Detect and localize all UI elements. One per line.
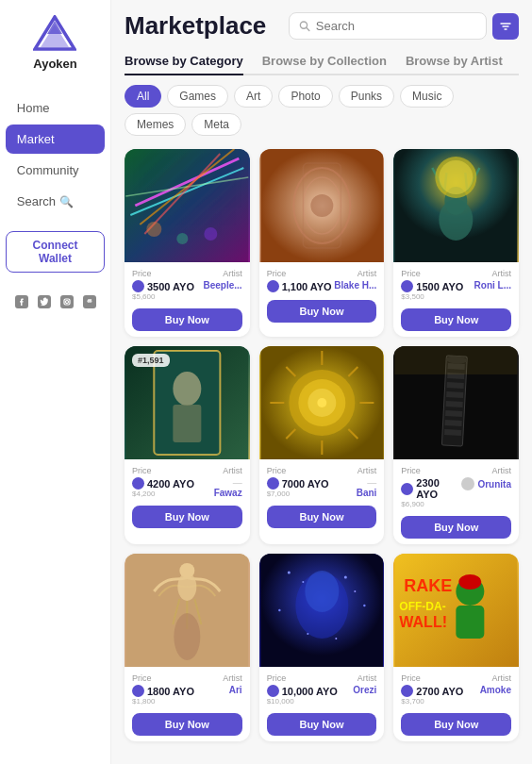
pill-games[interactable]: Games	[167, 85, 228, 108]
sidebar: Ayoken Home Market Community Search 🔍 Co…	[0, 0, 111, 764]
buy-now-button[interactable]: Buy Now	[401, 713, 511, 736]
facebook-icon[interactable]	[15, 295, 28, 311]
pill-photo[interactable]: Photo	[278, 85, 332, 108]
filter-button[interactable]	[492, 13, 519, 40]
tab-browse-category[interactable]: Browse by Category	[125, 54, 243, 75]
nft-image-1	[125, 149, 250, 262]
price-label: Price	[132, 269, 152, 278]
pill-all[interactable]: All	[125, 85, 161, 108]
svg-rect-59	[445, 410, 462, 417]
nft-artwork-5	[259, 346, 385, 459]
pill-punks[interactable]: Punks	[339, 85, 394, 108]
svg-point-71	[287, 572, 290, 574]
svg-point-33	[440, 160, 474, 194]
artist-label: Artist	[223, 269, 242, 278]
svg-rect-5	[60, 295, 74, 308]
nft-usd: $5,600	[132, 292, 194, 301]
nft-artist: Orunita	[477, 479, 511, 490]
sidebar-item-community[interactable]: Community	[6, 156, 105, 185]
ayoken-logo-icon	[33, 15, 76, 53]
svg-point-78	[335, 638, 337, 639]
artist-label: Artist	[357, 269, 377, 278]
svg-rect-15	[125, 149, 248, 262]
nft-badge: #1,591	[132, 354, 170, 367]
nft-artist: Ari	[229, 685, 242, 695]
nft-artwork-6	[393, 346, 519, 459]
pill-meta[interactable]: Meta	[191, 113, 241, 136]
category-pills: All Games Art Photo Punks Music Memes Me…	[125, 85, 519, 136]
nft-price: 2300 AYO	[401, 477, 461, 500]
svg-rect-58	[446, 401, 463, 407]
svg-point-72	[302, 581, 304, 583]
nft-image-3	[393, 149, 519, 262]
nft-info-6: Price Artist 2300 AYO $6,900 Orunita	[393, 459, 519, 544]
tab-browse-artist[interactable]: Browse by Artist	[406, 54, 503, 75]
tab-browse-collection[interactable]: Browse by Collection	[262, 54, 387, 75]
nft-price: 7000 AYO	[267, 477, 329, 490]
svg-rect-57	[446, 391, 463, 398]
nft-image-6	[393, 346, 519, 459]
nft-artwork-9: RAKE OFF-DA- WALL!	[393, 554, 519, 667]
price-label: Price	[401, 673, 421, 683]
nft-price: 1800 AYO	[132, 685, 194, 697]
filter-icon	[499, 20, 512, 33]
nft-artist: Bani	[357, 488, 377, 498]
nft-info-9: Price Artist 2700 AYO $3,700 Amoke Buy N…	[393, 667, 519, 741]
svg-rect-60	[445, 420, 462, 426]
svg-text:RAKE: RAKE	[405, 576, 453, 595]
svg-point-70	[305, 571, 339, 612]
nft-price: 3500 AYO	[132, 280, 194, 292]
buy-now-button[interactable]: Buy Now	[267, 300, 377, 323]
ayo-icon	[401, 685, 413, 697]
pill-art[interactable]: Art	[234, 85, 273, 108]
sidebar-item-home[interactable]: Home	[6, 93, 105, 123]
search-bar	[289, 12, 487, 40]
nft-artwork-8	[259, 554, 385, 667]
artist-label: Artist	[491, 673, 511, 683]
nft-artist: Orezi	[353, 685, 376, 695]
nft-info-5: Price Artist 7000 AYO $7,000 — Bani	[259, 459, 385, 534]
ayo-icon	[267, 477, 279, 490]
buy-now-button[interactable]: Buy Now	[267, 713, 377, 736]
sidebar-item-market[interactable]: Market	[6, 125, 105, 154]
twitter-icon[interactable]	[38, 295, 51, 311]
svg-point-22	[176, 233, 188, 244]
search-icon: 🔍	[59, 195, 74, 208]
nft-artist: Blake H...	[334, 280, 376, 291]
nft-card: Price Artist 7000 AYO $7,000 — Bani	[259, 346, 385, 544]
search-input[interactable]	[316, 19, 476, 33]
nft-card: Price Artist 1,100 AYO Blake H... Buy No…	[259, 149, 385, 337]
nft-grid: Price Artist 3500 AYO $5,600 Beeple... B…	[125, 149, 519, 741]
svg-point-28	[310, 194, 333, 217]
nft-usd: $4,200	[132, 490, 194, 498]
nft-image-4: #1,591	[125, 346, 250, 459]
buy-now-button[interactable]: Buy Now	[401, 516, 511, 539]
nft-image-7	[125, 554, 250, 667]
buy-now-button[interactable]: Buy Now	[132, 713, 242, 736]
artist-label: Artist	[223, 673, 242, 683]
buy-now-button[interactable]: Buy Now	[267, 506, 377, 528]
instagram-icon[interactable]	[60, 295, 74, 311]
nft-artist: Beeple...	[204, 280, 242, 291]
nft-artist: Fawaz	[214, 488, 242, 498]
discord-icon[interactable]	[83, 295, 96, 311]
nft-card: Price Artist 1500 AYO $3,500 Roni L... B…	[393, 149, 519, 337]
nft-info-2: Price Artist 1,100 AYO Blake H... Buy No…	[259, 262, 385, 328]
divider: —	[367, 477, 376, 488]
svg-rect-82	[457, 606, 485, 639]
buy-now-button[interactable]: Buy Now	[132, 308, 242, 331]
pill-music[interactable]: Music	[400, 85, 454, 108]
price-label: Price	[132, 466, 152, 475]
browse-tabs: Browse by Category Browse by Collection …	[125, 54, 519, 75]
sidebar-item-search[interactable]: Search 🔍	[6, 187, 105, 216]
buy-now-button[interactable]: Buy Now	[132, 506, 242, 528]
svg-text:WALL!: WALL!	[400, 614, 448, 630]
nft-price: 4200 AYO	[132, 477, 194, 490]
nft-info-7: Price Artist 1800 AYO $1,800 Ari Buy Now	[125, 667, 250, 741]
nft-price: 10,000 AYO	[267, 685, 338, 697]
connect-wallet-button[interactable]: Connect Wallet	[6, 231, 105, 273]
logo-area: Ayoken	[33, 15, 76, 71]
buy-now-button[interactable]: Buy Now	[401, 308, 511, 331]
pill-memes[interactable]: Memes	[125, 113, 186, 136]
svg-point-21	[146, 222, 161, 237]
